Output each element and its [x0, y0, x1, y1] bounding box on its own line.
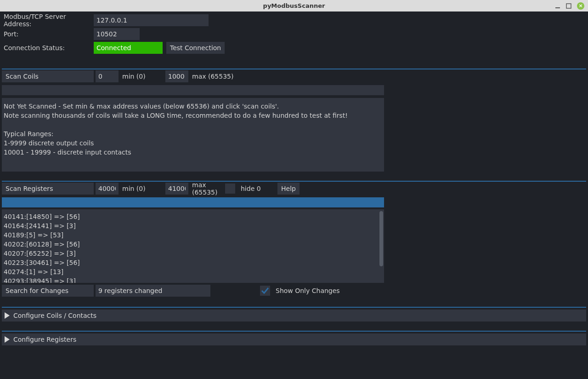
hide-zero-label: hide 0	[239, 185, 276, 192]
server-address-label: Modbus/TCP Server Address:	[2, 13, 94, 28]
port-label: Port:	[2, 30, 94, 38]
configure-coils-label: Configure Coils / Contacts	[13, 312, 96, 319]
registers-min-label: min (0)	[120, 185, 164, 192]
scrollbar[interactable]	[379, 211, 383, 266]
coils-max-input[interactable]	[165, 70, 188, 82]
coils-max-label: max (65535)	[190, 73, 235, 80]
maximize-icon[interactable]	[566, 3, 571, 9]
coils-progress	[2, 85, 384, 95]
help-button[interactable]: Help	[277, 183, 300, 195]
minimize-icon[interactable]	[555, 3, 560, 9]
register-line: 40189:[5] => [53]	[4, 230, 382, 240]
svg-rect-0	[555, 7, 560, 8]
coils-output: Not Yet Scanned - Set min & max address …	[2, 98, 384, 172]
show-only-changes-label: Show Only Changes	[274, 287, 342, 294]
register-line: 40223:[30461] => [56]	[4, 258, 382, 267]
register-line: 40207:[65252] => [3]	[4, 249, 382, 258]
configure-coils-header[interactable]: Configure Coils / Contacts	[2, 310, 586, 322]
register-line: 40202:[60128] => [56]	[4, 240, 382, 249]
window-title: pyModbusScanner	[0, 2, 588, 9]
close-icon[interactable]: ×	[577, 2, 584, 10]
registers-min-input[interactable]	[96, 183, 119, 195]
registers-max-input[interactable]	[165, 183, 188, 195]
show-only-changes-checkbox[interactable]	[260, 286, 270, 296]
server-address-input[interactable]	[94, 14, 209, 26]
test-connection-button[interactable]: Test Connection	[166, 42, 225, 54]
port-input[interactable]	[94, 28, 140, 40]
registers-progress	[2, 197, 384, 207]
svg-rect-1	[566, 4, 571, 8]
coils-min-label: min (0)	[120, 73, 164, 80]
configure-registers-header[interactable]: Configure Registers	[2, 333, 586, 345]
registers-max-label: max (65535)	[190, 181, 223, 196]
scan-registers-button[interactable]: Scan Registers	[2, 183, 94, 195]
connection-status-value: Connected	[94, 42, 163, 54]
register-line: 40141:[14850] => [56]	[4, 212, 382, 221]
chevron-right-icon	[5, 336, 10, 343]
register-line: 40274:[1] => [13]	[4, 267, 382, 276]
search-for-changes-button[interactable]: Search for Changes	[2, 285, 94, 297]
coils-min-input[interactable]	[96, 70, 119, 82]
configure-registers-label: Configure Registers	[13, 336, 76, 343]
register-line: 40293:[38945] => [3]	[4, 276, 382, 283]
chevron-right-icon	[5, 312, 10, 319]
changes-status: 9 registers changed	[96, 285, 210, 297]
registers-output[interactable]: 40141:[14850] => [56] 40164:[24141] => […	[2, 209, 384, 283]
scan-coils-button[interactable]: Scan Coils	[2, 70, 94, 82]
window-titlebar: pyModbusScanner ×	[0, 0, 588, 11]
hide-zero-checkbox[interactable]	[225, 184, 235, 194]
register-line: 40164:[24141] => [3]	[4, 221, 382, 230]
connection-status-label: Connection Status:	[2, 44, 94, 52]
